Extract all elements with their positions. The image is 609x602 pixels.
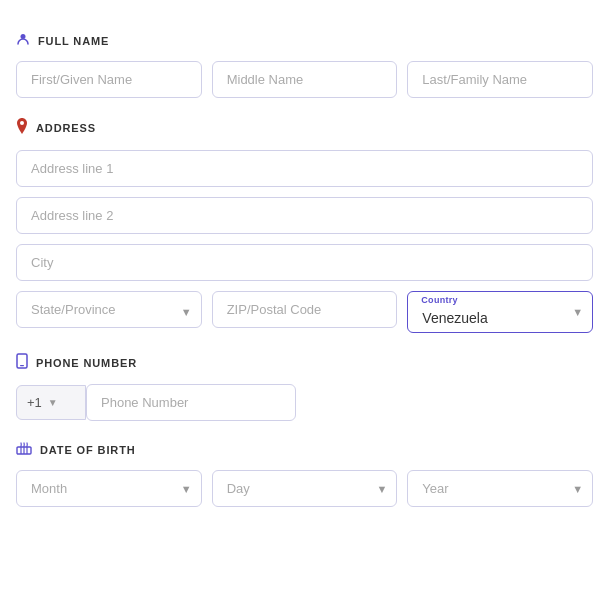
state-province-select[interactable]: State/Province bbox=[16, 291, 202, 328]
year-wrapper: Year 200520001995 199019851980 19751970 … bbox=[407, 470, 593, 507]
first-name-input[interactable] bbox=[16, 61, 202, 98]
phone-code-wrapper[interactable]: +1 ▼ bbox=[16, 385, 86, 420]
dob-section-header: DATE OF BIRTH bbox=[16, 441, 593, 458]
phone-icon bbox=[16, 353, 28, 372]
phone-code-chevron-icon: ▼ bbox=[48, 397, 58, 408]
last-name-input[interactable] bbox=[407, 61, 593, 98]
pin-icon bbox=[16, 118, 28, 138]
svg-point-1 bbox=[20, 121, 24, 125]
full-name-section-header: FULL NAME bbox=[16, 32, 593, 49]
country-wrapper: Country Venezuela United States Canada M… bbox=[407, 291, 593, 333]
day-select[interactable]: Day 1234 5678 9101112 13141516 17181920 … bbox=[212, 470, 398, 507]
state-province-wrapper: State/Province ▼ bbox=[16, 291, 202, 333]
address-section-header: ADDRESS bbox=[16, 118, 593, 138]
address-label: ADDRESS bbox=[36, 122, 96, 134]
phone-section-header: PHONE NUMBER bbox=[16, 353, 593, 372]
name-row bbox=[16, 61, 593, 98]
phone-row: +1 ▼ bbox=[16, 384, 296, 421]
year-select[interactable]: Year 200520001995 199019851980 19751970 bbox=[407, 470, 593, 507]
middle-name-input[interactable] bbox=[212, 61, 398, 98]
month-wrapper: Month JanuaryFebruaryMarch AprilMayJune … bbox=[16, 470, 202, 507]
cake-icon bbox=[16, 441, 32, 458]
full-name-label: FULL NAME bbox=[38, 35, 109, 47]
country-label: Country bbox=[421, 295, 457, 305]
dob-row: Month JanuaryFebruaryMarch AprilMayJune … bbox=[16, 470, 593, 507]
address-line1-input[interactable] bbox=[16, 150, 593, 187]
zip-code-input[interactable] bbox=[212, 291, 398, 328]
city-input[interactable] bbox=[16, 244, 593, 281]
svg-rect-3 bbox=[20, 365, 24, 366]
phone-country-code: +1 bbox=[27, 395, 42, 410]
day-wrapper: Day 1234 5678 9101112 13141516 17181920 … bbox=[212, 470, 398, 507]
phone-number-input[interactable] bbox=[86, 384, 296, 421]
dob-label: DATE OF BIRTH bbox=[40, 444, 136, 456]
phone-label: PHONE NUMBER bbox=[36, 357, 137, 369]
person-icon bbox=[16, 32, 30, 49]
zip-wrapper bbox=[212, 291, 398, 333]
state-zip-country-row: State/Province ▼ Country Venezuela Unite… bbox=[16, 291, 593, 333]
month-select[interactable]: Month JanuaryFebruaryMarch AprilMayJune … bbox=[16, 470, 202, 507]
address-line2-input[interactable] bbox=[16, 197, 593, 234]
address-fields: State/Province ▼ Country Venezuela Unite… bbox=[16, 150, 593, 333]
